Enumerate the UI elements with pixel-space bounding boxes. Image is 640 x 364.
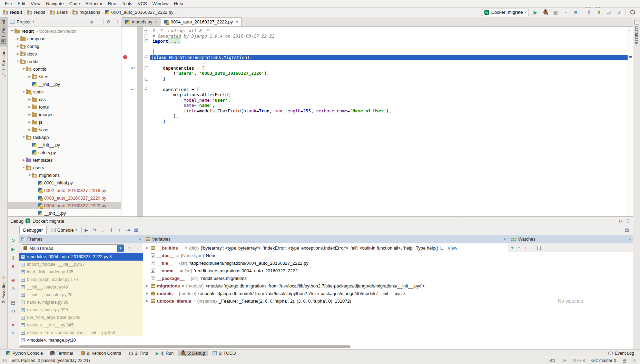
- menu-item-navigate[interactable]: Navigate: [43, 1, 66, 6]
- help-button[interactable]: ?: [10, 330, 17, 336]
- expand-icon[interactable]: ▶: [145, 292, 149, 295]
- gutter-cell[interactable]: [121, 76, 129, 82]
- add-watch-button[interactable]: +: [511, 245, 514, 250]
- tree-item-celery-py[interactable]: celery.py: [8, 149, 121, 156]
- fold-collapse-icon[interactable]: −: [145, 34, 148, 38]
- collapse-icon[interactable]: ▼: [21, 67, 26, 71]
- tree-item-taskapp[interactable]: ▼taskapp: [8, 133, 121, 141]
- tree-item-css[interactable]: ▶css: [8, 95, 121, 103]
- fold-collapse-icon[interactable]: −: [145, 66, 148, 70]
- frame-row[interactable]: import_module, __init__.py:37: [19, 261, 143, 268]
- hide-panel-button[interactable]: ↧: [626, 219, 630, 224]
- pin-icon[interactable]: ⇥: [137, 237, 140, 241]
- frame-row[interactable]: __init__, executor.py:20: [19, 291, 143, 299]
- hide-panel-button[interactable]: ⊣: [113, 19, 119, 25]
- close-icon[interactable]: ×: [236, 19, 238, 24]
- event-log-button[interactable]: Event Log: [605, 351, 637, 356]
- breadcrumb-item[interactable]: migrations: [72, 10, 100, 15]
- gutter-cell[interactable]: [121, 87, 129, 92]
- toolwindow-button-5-debug[interactable]: 5: Debug: [178, 351, 208, 356]
- coverage-button[interactable]: ▦: [552, 9, 559, 16]
- settings-button[interactable]: ⚙: [10, 308, 17, 314]
- collapse-icon[interactable]: ▼: [10, 29, 14, 33]
- close-button[interactable]: ×: [10, 322, 17, 328]
- lock-icon[interactable]: [623, 360, 626, 363]
- vcs-commit-button[interactable]: VCS⇑: [595, 9, 602, 16]
- gutter-cell[interactable]: [121, 71, 129, 76]
- mute-breakpoints-button[interactable]: ⊘: [10, 285, 17, 292]
- collapse-icon[interactable]: ▼: [21, 90, 26, 93]
- fold-collapse-icon[interactable]: −: [145, 29, 148, 32]
- profiler-button[interactable]: ◔: [562, 9, 569, 16]
- gutter-cell[interactable]: [121, 98, 129, 103]
- tree-item-0004-auto-20160327-2222-py[interactable]: 0004_auto_20160327_2222.py: [8, 202, 121, 209]
- gutter-cell[interactable]: [121, 119, 129, 124]
- expand-icon[interactable]: ▶: [16, 44, 20, 48]
- tree-item-fonts[interactable]: ▶fonts: [8, 103, 121, 111]
- duplicate-watch-icon[interactable]: [537, 246, 541, 250]
- tree-item--init-py[interactable]: __init__.py: [8, 141, 121, 149]
- vcs-update-button[interactable]: VCS⇓: [585, 9, 592, 16]
- fold-marker[interactable]: −: [143, 55, 150, 60]
- menu-item-file[interactable]: File: [2, 1, 15, 6]
- menu-item-tools[interactable]: Tools: [119, 1, 135, 6]
- layout-settings-button[interactable]: ▤: [623, 226, 631, 233]
- caret-position[interactable]: 8:1: [549, 358, 555, 363]
- variable-row[interactable]: __file__ = {str} '/app/reddit/users/migr…: [143, 259, 508, 267]
- tree-item-users[interactable]: ▼users: [8, 164, 121, 171]
- evaluate-expression-button[interactable]: ▦: [132, 226, 140, 233]
- frame-row[interactable]: execute, base.py:399: [19, 306, 143, 314]
- variable-row[interactable]: ▶unicode_literals = {instance} _Feature:…: [143, 297, 508, 305]
- toolwindow-button-6-todo[interactable]: ✓6: TODO: [209, 351, 239, 356]
- intention-bulb-icon[interactable]: [153, 49, 154, 55]
- pin-icon[interactable]: ⇥: [502, 237, 505, 241]
- frame-row[interactable]: load_disk, loader.py:105: [19, 268, 143, 276]
- toolwindow-button-9-version-control[interactable]: 9: Version Control: [78, 351, 124, 356]
- tree-item-sass[interactable]: ▶sass: [8, 126, 121, 133]
- tree-item-0001-initial-py[interactable]: 0001_initial.py: [8, 179, 121, 186]
- frame-row[interactable]: <module>, 0004_auto_20160327_2222.py:8: [19, 253, 143, 261]
- view-link[interactable]: View: [447, 245, 457, 251]
- tree-item-sites[interactable]: ▶sites: [8, 73, 121, 80]
- gear-icon[interactable]: ⚙: [105, 19, 111, 25]
- git-branch-widget[interactable]: Git: master ⇅: [591, 358, 617, 363]
- editor-tab-models-py[interactable]: models.py×: [122, 17, 161, 26]
- tree-item-reddit[interactable]: ▼reddit: [8, 58, 121, 65]
- editor-error-stripe[interactable]: ✓: [628, 27, 633, 216]
- gutter-marker-icon[interactable]: ●↑: [131, 88, 135, 91]
- tool-stripe-database[interactable]: Database: [633, 17, 640, 47]
- tree-item-0002-auto-20160327-2018-py[interactable]: 0002_auto_20160327_2018.py: [8, 186, 121, 194]
- encoding-indicator[interactable]: UTF-8: [573, 358, 585, 363]
- gutter-cell[interactable]: [121, 60, 129, 65]
- expand-icon[interactable]: ▶: [27, 120, 32, 124]
- toolwindow-button-terminal[interactable]: >_Terminal: [47, 351, 76, 356]
- collapse-icon[interactable]: ▼: [21, 135, 26, 139]
- breadcrumb-item[interactable]: 0004_auto_20160327_2222.py: [105, 10, 173, 15]
- tree-item-reddit[interactable]: ▼reddit~/cookiecutter/reddit: [8, 27, 121, 35]
- rerun-button[interactable]: ↻: [10, 237, 17, 243]
- tool-stripe-favorites[interactable]: ★2: Favorites: [0, 273, 7, 306]
- editor[interactable]: ●↑●↑ −−+−−−− # -*- coding: utf-8 -*-# Ge…: [121, 27, 633, 216]
- variable-row[interactable]: ▶__builtins__ = {dict} {'bytearray': <ty…: [143, 244, 508, 252]
- tree-item-compose[interactable]: ▶compose: [8, 35, 121, 42]
- show-execution-point-button[interactable]: ▶: [82, 226, 90, 233]
- run-configuration-select[interactable]: dj Docker: migrate ▾: [482, 9, 529, 16]
- fold-collapse-icon[interactable]: −: [145, 55, 148, 59]
- breadcrumb-item[interactable]: reddit: [3, 10, 22, 15]
- project-panel-title[interactable]: Project ▾: [10, 19, 87, 24]
- step-into-button[interactable]: ↓: [99, 226, 107, 233]
- expand-icon[interactable]: ▶: [21, 158, 26, 162]
- restore-layout-button[interactable]: ▤: [10, 299, 17, 305]
- expand-icon[interactable]: ▶: [27, 98, 32, 101]
- tree-item-contrib[interactable]: ▼contrib: [8, 65, 121, 73]
- next-frame-button[interactable]: ↓: [135, 246, 141, 251]
- toolwindow-button-3-find[interactable]: 3: Find: [126, 351, 151, 356]
- gutter-cell[interactable]: [121, 33, 129, 39]
- menu-item-code[interactable]: Code: [67, 1, 83, 6]
- expand-icon[interactable]: ▶: [27, 75, 32, 78]
- force-step-into-button[interactable]: ⇓: [107, 226, 115, 233]
- gutter-cell[interactable]: [121, 81, 129, 87]
- expand-icon[interactable]: ▶: [27, 105, 32, 109]
- previous-frame-button[interactable]: ↑: [126, 246, 132, 251]
- frame-row[interactable]: <module>, manage.py:10: [19, 336, 143, 344]
